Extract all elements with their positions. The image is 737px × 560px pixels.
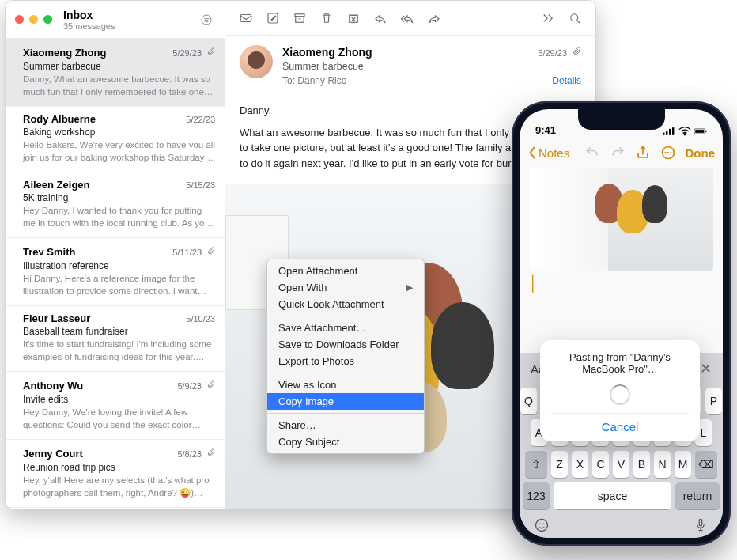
key[interactable]: M: [675, 451, 691, 478]
message-row[interactable]: Rody Albuerne5/22/23Baking workshopHello…: [6, 107, 225, 172]
row-preview: Hello Bakers, We're very excited to have…: [23, 139, 215, 164]
menu-item[interactable]: Save to Downloads Folder: [267, 336, 424, 353]
undo-icon[interactable]: [581, 142, 603, 164]
svg-rect-12: [695, 130, 704, 133]
reply-all-icon[interactable]: [395, 6, 420, 30]
menu-item[interactable]: View as Icon: [267, 376, 424, 393]
redo-icon[interactable]: [607, 142, 629, 164]
search-icon[interactable]: [562, 6, 588, 30]
mailbox-title: Inbox: [63, 9, 115, 21]
row-date: 5/9/23: [177, 381, 202, 391]
minimize-window-icon[interactable]: [29, 15, 38, 24]
emoji-key-icon[interactable]: [534, 517, 550, 533]
to-label: To:: [282, 75, 295, 86]
key[interactable]: P: [705, 388, 722, 414]
notch: [578, 109, 665, 130]
menu-item[interactable]: Export to Photos: [267, 353, 424, 369]
filter-icon[interactable]: [198, 11, 215, 28]
compose-icon[interactable]: [260, 6, 285, 30]
cancel-button[interactable]: Cancel: [551, 413, 689, 433]
space-key[interactable]: space: [554, 482, 671, 509]
backspace-key[interactable]: ⌫: [695, 451, 717, 478]
header-subject: Summer barbecue: [282, 61, 581, 72]
window-controls[interactable]: [15, 15, 52, 24]
archive-icon[interactable]: [287, 6, 312, 30]
attachment-icon: [206, 244, 215, 259]
more-circle-icon[interactable]: [657, 142, 679, 164]
message-row[interactable]: Rich Dinh5/5/23Trip to Zion National Par…: [6, 508, 225, 509]
menu-item[interactable]: Copy Subject: [267, 433, 424, 450]
close-window-icon[interactable]: [15, 15, 24, 24]
key[interactable]: Z: [551, 451, 568, 478]
junk-icon[interactable]: [341, 6, 366, 30]
menu-item[interactable]: Open With▶: [267, 279, 424, 296]
row-from: Fleur Lasseur: [23, 312, 90, 324]
key[interactable]: Q: [520, 388, 537, 414]
attachment-icon: [206, 378, 215, 392]
menu-item-label: Save Attachment…: [278, 322, 366, 334]
key[interactable]: B: [633, 451, 650, 478]
row-preview: Hey Danny, I wanted to thank you for put…: [23, 205, 215, 229]
message-list-header: Inbox 35 messages: [6, 1, 225, 39]
row-date: 5/11/23: [172, 248, 202, 257]
sender-avatar: [240, 45, 273, 78]
new-mail-icon[interactable]: [233, 6, 259, 30]
svg-rect-21: [699, 520, 701, 526]
attachment-icon: [206, 446, 215, 460]
message-header: Xiaomeng Zhong 5/29/23 Summer barbecue T…: [225, 36, 595, 93]
menu-item[interactable]: Share…: [267, 417, 424, 433]
note-body[interactable]: │ Pasting from "Danny's MacBook Pro"… Ca…: [520, 168, 723, 353]
message-row[interactable]: Jenny Court5/8/23Reunion road trip picsH…: [6, 440, 225, 508]
menu-item[interactable]: Save Attachment…: [267, 320, 424, 336]
numbers-key[interactable]: 123: [523, 482, 550, 509]
details-link[interactable]: Details: [552, 75, 581, 86]
menu-item[interactable]: Quick Look Attachment: [267, 296, 424, 312]
key[interactable]: X: [572, 451, 588, 478]
row-subject: Reunion road trip pics: [23, 462, 215, 473]
paste-popup: Pasting from "Danny's MacBook Pro"… Canc…: [540, 340, 700, 441]
key[interactable]: C: [592, 451, 609, 478]
share-icon[interactable]: [632, 142, 654, 164]
header-from: Xiaomeng Zhong: [282, 46, 372, 59]
status-time: 9:41: [535, 124, 556, 136]
svg-point-16: [667, 152, 668, 153]
svg-point-15: [664, 152, 666, 153]
wifi-icon: [678, 127, 691, 136]
dictation-key-icon[interactable]: [693, 517, 709, 533]
message-row[interactable]: Aileen Zeigen5/15/235K trainingHey Danny…: [6, 172, 225, 238]
menu-item[interactable]: Copy Image: [267, 393, 424, 410]
message-row[interactable]: Fleur Lasseur5/10/23Baseball team fundra…: [6, 306, 225, 372]
spinner-icon: [610, 384, 630, 405]
forward-icon[interactable]: [421, 6, 447, 30]
trash-icon[interactable]: [314, 6, 339, 30]
reply-icon[interactable]: [368, 6, 393, 30]
svg-point-6: [571, 13, 578, 21]
message-row[interactable]: Xiaomeng Zhong5/29/23Summer barbecueDann…: [6, 39, 225, 107]
row-preview: Hey, y'all! Here are my selects (that's …: [23, 475, 215, 499]
menu-item-label: Save to Downloads Folder: [278, 339, 399, 350]
row-subject: Summer barbecue: [23, 61, 215, 72]
done-button[interactable]: Done: [682, 146, 716, 160]
key[interactable]: N: [654, 451, 671, 478]
more-icon[interactable]: [535, 6, 561, 30]
svg-point-17: [670, 152, 671, 153]
row-from: Anthony Wu: [23, 380, 83, 392]
svg-point-19: [539, 524, 541, 525]
zoom-window-icon[interactable]: [43, 15, 52, 24]
message-row[interactable]: Trev Smith5/11/23Illustration referenceH…: [6, 238, 225, 306]
menu-item-label: Open With: [278, 282, 327, 293]
notes-nav: Notes Done: [520, 138, 723, 168]
message-row[interactable]: Anthony Wu5/9/23Invite editsHey Danny, W…: [6, 372, 225, 440]
context-menu[interactable]: Open AttachmentOpen With▶Quick Look Atta…: [266, 259, 425, 454]
pasted-photo: [529, 168, 713, 271]
back-button[interactable]: Notes: [527, 146, 569, 160]
shift-key[interactable]: ⇧: [525, 451, 547, 478]
menu-item-label: Share…: [278, 419, 316, 431]
menu-item-label: View as Icon: [278, 379, 336, 391]
reader-toolbar: [225, 1, 595, 36]
svg-rect-10: [672, 127, 674, 135]
menu-item[interactable]: Open Attachment: [267, 263, 424, 279]
return-key[interactable]: return: [675, 482, 720, 509]
key[interactable]: V: [613, 451, 629, 478]
menu-item-label: Export to Photos: [278, 355, 354, 367]
